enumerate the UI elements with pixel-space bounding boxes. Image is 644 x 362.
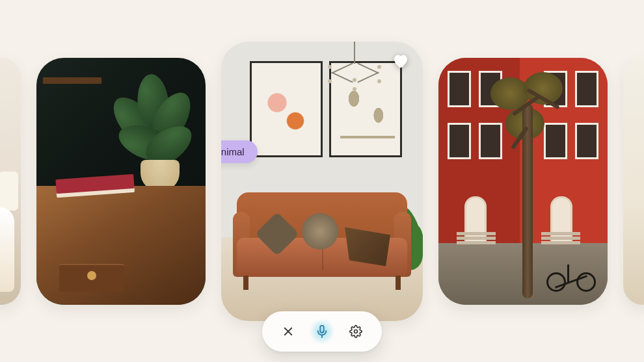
- desk-plant-illustration: [36, 58, 206, 305]
- svg-point-4: [355, 330, 358, 333]
- peek-left-illustration: [0, 58, 21, 305]
- svg-rect-2: [320, 326, 324, 333]
- style-tag-label: Minimal: [221, 146, 245, 157]
- townhouse-illustration: [438, 58, 608, 305]
- heart-icon: [392, 52, 410, 73]
- close-icon: [282, 326, 294, 337]
- mic-icon: [315, 324, 329, 339]
- peek-left-card[interactable]: [0, 58, 21, 305]
- desk-plant-card[interactable]: [36, 58, 206, 305]
- townhouse-card[interactable]: [438, 58, 608, 305]
- voice-control-bar: [262, 311, 382, 352]
- peek-right-illustration: [623, 58, 644, 305]
- settings-button[interactable]: [343, 318, 369, 344]
- style-tag[interactable]: Minimal: [221, 140, 258, 163]
- sofa-card[interactable]: Minimal: [221, 42, 423, 321]
- gear-icon: [349, 325, 362, 338]
- image-carousel[interactable]: Minimal: [0, 0, 644, 362]
- favorite-button[interactable]: [389, 51, 412, 74]
- peek-right-card[interactable]: [623, 58, 644, 305]
- mic-button[interactable]: [309, 318, 335, 344]
- close-button[interactable]: [275, 318, 301, 344]
- sofa-illustration: [221, 42, 423, 321]
